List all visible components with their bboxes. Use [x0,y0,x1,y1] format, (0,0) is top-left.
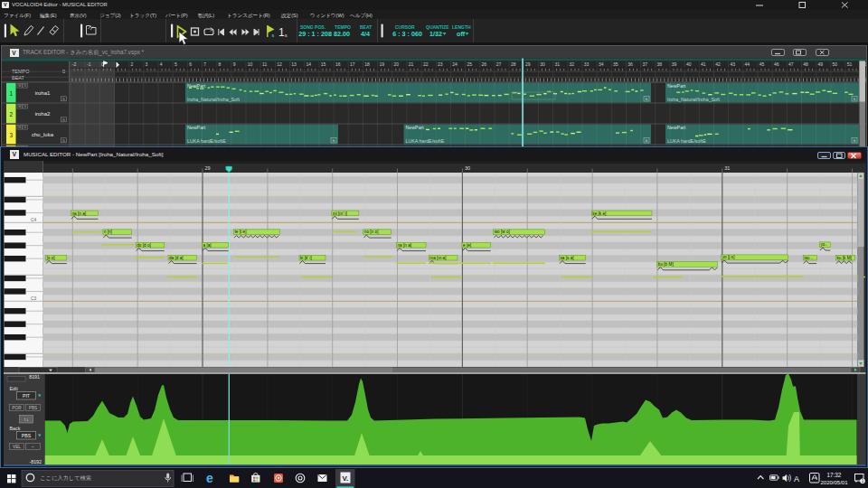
svg-text:ki [k' i]: ki [k' i] [300,256,312,260]
svg-text:S: S [854,97,856,101]
svg-text:15: 15 [321,61,326,67]
svg-text:18: 18 [364,61,370,67]
svg-text:NewPart: NewPart [187,125,206,130]
svg-text:11: 11 [262,61,267,67]
svg-text:パート(P): パート(P) [165,13,188,18]
svg-text:wo [w o]: wo [w o] [495,230,510,234]
svg-text:32: 32 [570,61,575,67]
svg-text:S: S [646,138,648,143]
svg-text:[s o]: [s o] [47,256,55,260]
svg-text:C4: C4 [31,218,36,222]
svg-text:sa [s a]: sa [s a] [561,256,574,260]
svg-text:-8192: -8192 [29,459,42,465]
svg-text:iroha1: iroha1 [35,90,51,96]
svg-text:12: 12 [277,61,282,67]
svg-text:-1: -1 [87,61,91,67]
svg-text:e [e]: e [e] [463,243,471,248]
svg-text:39: 39 [672,61,677,67]
svg-text:te [t e]: te [t e] [235,230,247,234]
svg-text:A: A [794,474,799,483]
svg-text:29: 29 [205,165,211,171]
svg-text:6 : 3 : 060: 6 : 3 : 060 [392,30,422,38]
svg-text:24: 24 [452,61,458,67]
svg-text:31: 31 [554,61,560,67]
svg-text:off: off [457,30,466,38]
svg-text:tsu ..: tsu .. [804,256,813,260]
svg-text:表示(V): 表示(V) [70,13,87,19]
svg-text:C3: C3 [31,296,36,301]
svg-text:28: 28 [511,61,516,67]
svg-text:19: 19 [379,61,384,67]
svg-text:37: 37 [642,61,647,67]
svg-text:da [d a]: da [d a] [169,256,184,260]
svg-text:14: 14 [307,61,312,67]
svg-text:S: S [62,97,65,101]
svg-text:~: ~ [32,445,34,449]
svg-text:iroha2: iroha2 [35,111,51,117]
svg-text:35: 35 [613,61,618,67]
svg-text:n [n]: n [n] [104,230,112,234]
svg-text:M: M [18,126,21,129]
svg-text:1/32: 1/32 [429,30,442,38]
svg-text:CURSOR: CURSOR [395,24,415,30]
svg-text:Back: Back [10,426,21,431]
svg-text:e: e [206,471,213,485]
svg-text:QUANTIZE: QUANTIZE [426,24,449,30]
svg-text:2020/05/01: 2020/05/01 [820,480,848,485]
svg-text:mi [m' i]: mi [m' i] [333,211,347,216]
svg-text:トランスポート(R): トランスポート(R) [227,13,270,18]
svg-text:M: M [18,105,21,108]
svg-text:7: 7 [203,61,206,67]
svg-text:トラック(T): トラック(T) [129,13,156,18]
svg-text:Iroha_Natural/Iroha_Soft: Iroha_Natural/Iroha_Soft [667,97,721,102]
svg-text:↑↓: ↑↓ [24,417,29,422]
svg-text:44: 44 [745,61,750,67]
svg-text:BEAT: BEAT [360,24,372,30]
svg-text:yo [j o]: yo [j o] [722,255,735,259]
svg-text:2: 2 [9,111,13,117]
svg-text:3: 3 [146,61,148,67]
svg-text:編集(E): 編集(E) [39,13,57,18]
svg-text:ku [k M]: ku [k M] [837,256,852,260]
svg-text:na [n a]: na [n a] [72,211,87,216]
svg-text:LENGTH: LENGTH [452,24,471,30]
svg-text:10: 10 [248,61,253,67]
svg-text:ma [m a]: ma [m a] [429,256,446,260]
svg-text:ジョブ(J): ジョブ(J) [99,13,121,18]
svg-text:47: 47 [788,61,794,67]
svg-text:43: 43 [730,61,735,67]
svg-text:1: 1 [9,90,13,97]
svg-text:36: 36 [627,61,633,67]
svg-text:ファイル(F): ファイル(F) [4,13,31,18]
svg-text:40: 40 [686,61,692,67]
svg-text:no [n o]: no [n o] [364,230,379,234]
svg-text:ウィンドウ(W): ウィンドウ(W) [310,13,344,18]
svg-text:41: 41 [701,61,706,67]
svg-text:29: 29 [525,61,531,67]
svg-text:26: 26 [482,61,487,67]
svg-text:-2: -2 [72,61,77,67]
svg-text:S: S [333,138,335,143]
svg-text:45: 45 [760,61,765,67]
svg-text:16: 16 [335,61,341,67]
svg-text:30: 30 [465,165,470,171]
svg-text:NewPart: NewPart [667,125,686,130]
svg-text:TEMPO: TEMPO [335,24,351,30]
svg-text:50: 50 [833,61,838,67]
svg-text:6: 6 [189,61,192,67]
svg-text:TRACK EDITOR - きみの名前_vc_iroha7: TRACK EDITOR - きみの名前_vc_iroha7.vspx * [23,49,145,56]
svg-text:21: 21 [409,61,414,67]
svg-text:LUKA hardE/softE: LUKA hardE/softE [667,138,706,144]
svg-text:23: 23 [438,61,443,67]
svg-text:LUKA hardE/softE: LUKA hardE/softE [187,138,226,144]
svg-text:S: S [62,138,65,143]
svg-text:82.00: 82.00 [334,30,350,38]
svg-text:S: S [62,117,65,122]
svg-text:歌詞(L): 歌詞(L) [198,13,214,19]
svg-text:48: 48 [803,61,808,67]
svg-text:S: S [854,138,856,143]
svg-text:yo..: yo.. [820,242,827,247]
svg-text:51: 51 [847,61,853,67]
svg-text:3: 3 [9,132,13,138]
svg-text:2: 2 [131,61,134,67]
